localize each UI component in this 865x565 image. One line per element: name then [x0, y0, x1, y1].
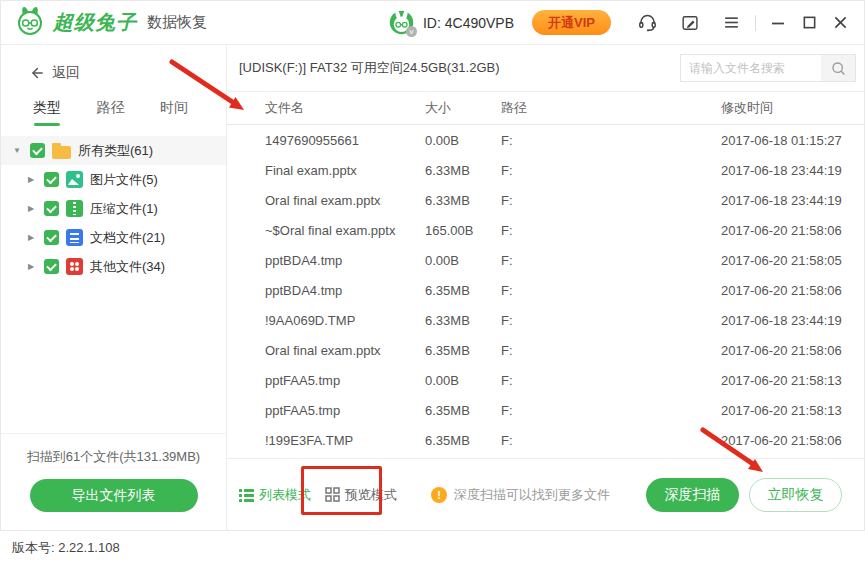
tree-item[interactable]: ▶ 图片文件(5) — [1, 165, 226, 194]
drive-bar: [UDISK(F:)] FAT32 可用空间24.5GB(31.2GB) — [227, 45, 864, 92]
table-row[interactable]: pptBDA4.tmp 0.00B F: 2017-06-20 21:58:05 — [227, 245, 864, 275]
file-type-tree: ▼ 所有类型(61) ▶ 图片文件(5) ▶ — [1, 136, 226, 281]
back-label: 返回 — [52, 64, 80, 82]
search-button[interactable] — [821, 55, 855, 81]
table-row[interactable]: pptBDA4.tmp 6.35MB F: 2017-06-20 21:58:0… — [227, 275, 864, 305]
tree-item[interactable]: ▼ 所有类型(61) — [1, 136, 226, 165]
cell-size: 0.00B — [425, 133, 501, 148]
cell-size: 6.35MB — [425, 283, 501, 298]
back-button[interactable]: 返回 — [1, 58, 226, 88]
cell-filename: Final exam.pptx — [265, 163, 425, 178]
file-type-icon — [52, 146, 71, 159]
cell-modified: 2017-06-20 21:58:13 — [721, 403, 849, 418]
cell-filename: !9AA069D.TMP — [265, 313, 425, 328]
version-text: 版本号: 2.22.1.108 — [12, 539, 120, 557]
search-box — [680, 54, 856, 82]
caret-icon[interactable]: ▼ — [11, 146, 23, 155]
header-path[interactable]: 路径 — [501, 99, 721, 117]
sidebar-tab[interactable]: 类型 — [31, 93, 63, 123]
sidebar: 返回 类型 路径 时间 ▼ 所有类型(61) — [1, 45, 227, 530]
list-mode-label: 列表模式 — [259, 486, 311, 504]
feedback-icon[interactable] — [680, 13, 700, 33]
checkbox-checked-icon[interactable] — [44, 172, 59, 187]
titlebar-divider — [755, 15, 756, 31]
cell-path: F: — [501, 433, 721, 448]
table-row[interactable]: !9AA069D.TMP 6.33MB F: 2017-06-18 23:44:… — [227, 305, 864, 335]
warning-icon: ! — [431, 487, 447, 503]
caret-icon[interactable]: ▶ — [25, 204, 37, 213]
tree-item[interactable]: ▶ 其他文件(34) — [1, 252, 226, 281]
cell-filename: !199E3FA.TMP — [265, 433, 425, 448]
table-row[interactable]: Oral final exam.pptx 6.33MB F: 2017-06-1… — [227, 185, 864, 215]
export-file-list-button[interactable]: 导出文件列表 — [30, 479, 198, 512]
tree-item-label: 图片文件(5) — [90, 171, 158, 189]
tree-item[interactable]: ▶ 文档文件(21) — [1, 223, 226, 252]
cell-size: 6.35MB — [425, 403, 501, 418]
caret-icon[interactable]: ▶ — [25, 233, 37, 242]
caret-icon[interactable]: ▶ — [25, 262, 37, 271]
cell-path: F: — [501, 283, 721, 298]
minimize-icon[interactable] — [770, 15, 786, 31]
cell-size: 6.33MB — [425, 163, 501, 178]
cell-path: F: — [501, 403, 721, 418]
cell-filename: Oral final exam.pptx — [265, 193, 425, 208]
cell-path: F: — [501, 343, 721, 358]
table-row[interactable]: Final exam.pptx 6.33MB F: 2017-06-18 23:… — [227, 155, 864, 185]
cell-modified: 2017-06-20 21:58:06 — [721, 433, 849, 448]
tree-item-label: 其他文件(34) — [90, 258, 165, 276]
table-row[interactable]: ~$Oral final exam.pptx 165.00B F: 2017-0… — [227, 215, 864, 245]
caret-icon[interactable]: ▶ — [25, 175, 37, 184]
recover-now-button[interactable]: 立即恢复 — [749, 478, 842, 512]
header-size[interactable]: 大小 — [425, 99, 501, 117]
cell-path: F: — [501, 373, 721, 388]
checkbox-checked-icon[interactable] — [30, 143, 45, 158]
brand: 超级兔子 数据恢复 — [15, 6, 207, 40]
table-row[interactable]: pptFAA5.tmp 6.35MB F: 2017-06-20 21:58:1… — [227, 395, 864, 425]
cell-size: 165.00B — [425, 223, 501, 238]
content: 返回 类型 路径 时间 ▼ 所有类型(61) — [1, 45, 864, 530]
preview-mode-label: 预览模式 — [345, 486, 397, 504]
search-input[interactable] — [681, 55, 821, 81]
table-row[interactable]: 1497690955661 0.00B F: 2017-06-18 01:15:… — [227, 125, 864, 155]
header-modified[interactable]: 修改时间 — [721, 99, 849, 117]
cell-path: F: — [501, 163, 721, 178]
cell-path: F: — [501, 253, 721, 268]
sidebar-tabs: 类型 路径 时间 — [1, 88, 226, 128]
sidebar-footer: 扫描到61个文件(共131.39MB) 导出文件列表 — [1, 433, 226, 530]
file-type-icon — [66, 258, 83, 275]
tree-item-label: 所有类型(61) — [78, 142, 153, 160]
cell-size: 6.33MB — [425, 193, 501, 208]
table-row[interactable]: !199E3FA.TMP 6.35MB F: 2017-06-20 21:58:… — [227, 425, 864, 455]
preview-mode-icon — [325, 487, 340, 502]
cell-modified: 2017-06-18 23:44:19 — [721, 193, 849, 208]
cell-size: 6.35MB — [425, 433, 501, 448]
user-avatar[interactable]: v — [388, 9, 415, 36]
list-mode-button[interactable]: 列表模式 — [239, 486, 311, 504]
cell-modified: 2017-06-18 23:44:19 — [721, 313, 849, 328]
header-filename[interactable]: 文件名 — [265, 99, 425, 117]
file-type-icon — [66, 200, 83, 217]
customer-service-icon[interactable] — [637, 12, 658, 33]
table-row[interactable]: pptFAA5.tmp 0.00B F: 2017-06-20 21:58:13 — [227, 365, 864, 395]
list-mode-icon — [239, 488, 254, 502]
cell-modified: 2017-06-20 21:58:06 — [721, 343, 849, 358]
deep-scan-button[interactable]: 深度扫描 — [646, 478, 739, 512]
maximize-icon[interactable] — [802, 15, 817, 30]
app-logo-rabbit-icon — [15, 6, 45, 40]
checkbox-checked-icon[interactable] — [44, 230, 59, 245]
table-header: 文件名 大小 路径 修改时间 — [227, 92, 864, 125]
menu-icon[interactable] — [722, 13, 741, 32]
sidebar-tab[interactable]: 时间 — [158, 93, 190, 123]
preview-mode-button[interactable]: 预览模式 — [325, 486, 397, 504]
open-vip-button[interactable]: 开通VIP — [532, 10, 611, 35]
cell-modified: 2017-06-20 21:58:05 — [721, 253, 849, 268]
checkbox-checked-icon[interactable] — [44, 259, 59, 274]
cell-modified: 2017-06-18 01:15:27 — [721, 133, 849, 148]
checkbox-checked-icon[interactable] — [44, 201, 59, 216]
tree-item[interactable]: ▶ 压缩文件(1) — [1, 194, 226, 223]
cell-path: F: — [501, 133, 721, 148]
table-row[interactable]: Oral final exam.pptx 6.35MB F: 2017-06-2… — [227, 335, 864, 365]
search-icon — [830, 60, 847, 77]
close-icon[interactable] — [833, 15, 848, 30]
sidebar-tab[interactable]: 路径 — [95, 93, 127, 123]
